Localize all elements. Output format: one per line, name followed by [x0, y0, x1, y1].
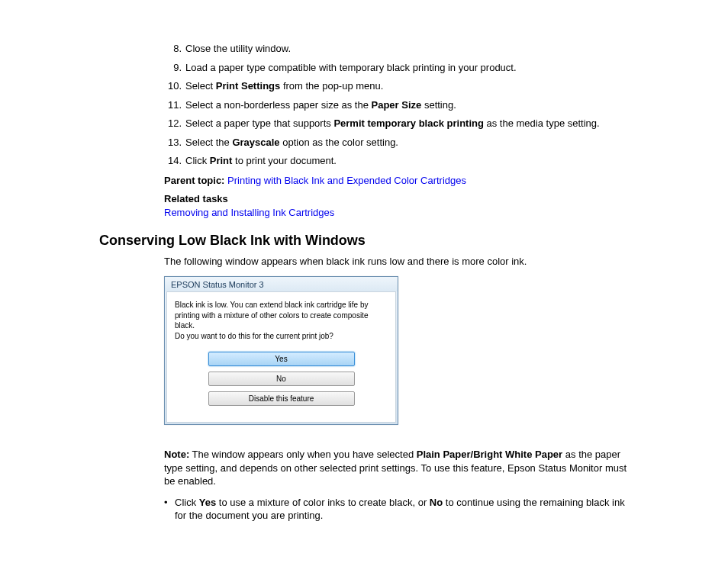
parent-topic: Parent topic: Printing with Black Ink an…: [99, 174, 636, 188]
step-number: 11.: [164, 98, 182, 112]
no-button[interactable]: No: [208, 372, 355, 386]
step-text: Select a paper type that supports Permit…: [185, 117, 636, 130]
step-number: 12.: [164, 117, 182, 130]
bullet-dot: •: [164, 496, 172, 523]
disable-button[interactable]: Disable this feature: [208, 391, 355, 406]
step-text: Close the utility window.: [185, 42, 636, 56]
parent-topic-link[interactable]: Printing with Black Ink and Expended Col…: [227, 175, 466, 186]
step-item: 14.Click Print to print your document.: [164, 154, 636, 168]
dialog-screenshot: EPSON Status Monitor 3 Black ink is low.…: [99, 276, 636, 425]
step-text: Click Print to print your document.: [185, 154, 636, 168]
numbered-steps: 8.Close the utility window.9.Load a pape…: [99, 42, 636, 168]
step-number: 13.: [164, 136, 182, 150]
note-body: The window appears only when you have se…: [164, 449, 627, 487]
step-item: 9.Load a paper type compatible with temp…: [164, 61, 636, 75]
yes-button[interactable]: Yes: [208, 352, 355, 366]
step-item: 11.Select a non-borderless paper size as…: [164, 98, 636, 112]
note-label: Note:: [164, 449, 189, 460]
dialog-title: EPSON Status Monitor 3: [165, 277, 398, 291]
step-text: Select a non-borderless paper size as th…: [185, 98, 636, 112]
section-heading: Conserving Low Black Ink with Windows: [99, 233, 636, 249]
epson-dialog: EPSON Status Monitor 3 Black ink is low.…: [164, 276, 398, 425]
step-number: 10.: [164, 79, 182, 93]
step-text: Select Print Settings from the pop-up me…: [185, 79, 636, 93]
step-item: 10.Select Print Settings from the pop-up…: [164, 79, 636, 93]
bullet-text: Click Yes to use a mixture of color inks…: [175, 496, 636, 523]
document-page: 8.Close the utility window.9.Load a pape…: [0, 0, 728, 563]
related-tasks-link[interactable]: Removing and Installing Ink Cartridges: [164, 207, 334, 218]
bullet-list: • Click Yes to use a mixture of color in…: [99, 496, 636, 523]
step-text: Load a paper type compatible with tempor…: [185, 61, 636, 75]
related-tasks-label: Related tasks: [164, 192, 636, 206]
step-text: Select the Grayscale option as the color…: [185, 136, 636, 150]
note-text: Note: The window appears only when you h…: [99, 448, 636, 488]
dialog-body: Black ink is low. You can extend black i…: [166, 291, 396, 423]
step-number: 14.: [164, 154, 182, 168]
step-number: 8.: [164, 42, 182, 56]
step-item: 8.Close the utility window.: [164, 42, 636, 56]
step-number: 9.: [164, 61, 182, 75]
step-item: 12.Select a paper type that supports Per…: [164, 117, 636, 130]
parent-topic-label: Parent topic:: [164, 175, 224, 186]
related-tasks: Related tasks Removing and Installing In…: [99, 192, 636, 219]
intro-text: The following window appears when black …: [99, 255, 636, 269]
dialog-message: Black ink is low. You can extend black i…: [175, 300, 388, 341]
bullet-item: • Click Yes to use a mixture of color in…: [164, 496, 636, 523]
step-item: 13.Select the Grayscale option as the co…: [164, 136, 636, 150]
